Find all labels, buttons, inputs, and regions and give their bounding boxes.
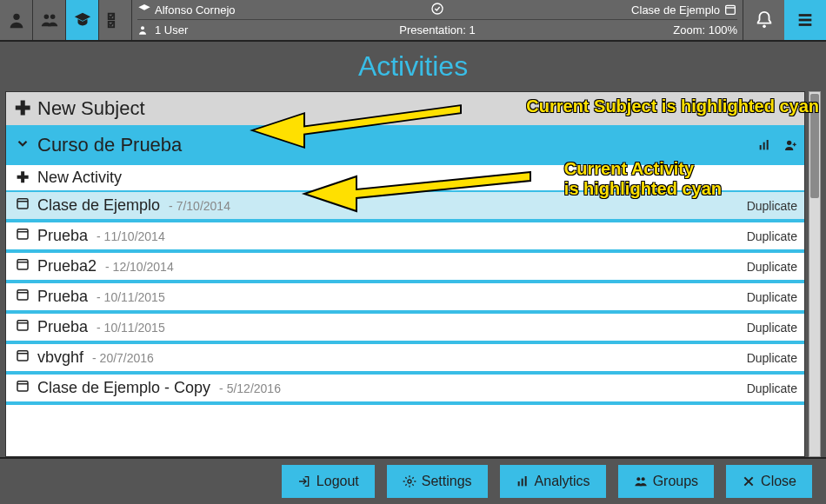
subject-name: Curso de Prueba	[37, 134, 182, 156]
calendar-icon	[13, 256, 32, 276]
svg-point-38	[641, 477, 644, 481]
svg-point-0	[13, 14, 19, 20]
duplicate-link[interactable]: Duplicate	[747, 321, 797, 335]
header-class-name: Clase de Ejemplo	[631, 3, 720, 17]
svg-point-16	[787, 141, 791, 145]
svg-rect-27	[17, 351, 28, 361]
duplicate-link[interactable]: Duplicate	[747, 381, 797, 395]
svg-rect-29	[17, 381, 28, 391]
svg-point-9	[763, 25, 766, 29]
activities-panel: ✚ New Subject Curso de Prueba ✚ New Acti…	[5, 91, 805, 457]
nav-single-user[interactable]	[0, 0, 33, 40]
vertical-scrollbar[interactable]	[809, 91, 821, 457]
new-activity-label: New Activity	[37, 169, 122, 187]
activity-list: Clase de Ejemplo- 7/10/2014DuplicatePrue…	[6, 192, 804, 405]
new-subject-row[interactable]: ✚ New Subject	[6, 92, 804, 129]
svg-rect-14	[763, 143, 765, 150]
new-subject-label: New Subject	[37, 97, 145, 120]
checklist-icon	[106, 10, 125, 30]
page-title: Activities	[0, 50, 826, 83]
activity-date: - 20/7/2016	[92, 351, 154, 365]
svg-point-33	[408, 480, 411, 483]
svg-rect-36	[524, 476, 526, 486]
new-activity-row[interactable]: ✚ New Activity	[6, 165, 804, 192]
activity-name: Prueba	[37, 288, 88, 306]
main-panel-wrap: ✚ New Subject Curso de Prueba ✚ New Acti…	[0, 91, 826, 457]
groups-button[interactable]: Groups	[618, 465, 714, 498]
groups-icon	[634, 474, 648, 488]
svg-rect-6	[726, 5, 736, 14]
svg-rect-34	[517, 481, 519, 486]
svg-rect-25	[17, 321, 28, 330]
plus-icon: ✚	[13, 97, 32, 120]
duplicate-link[interactable]: Duplicate	[747, 199, 797, 213]
subject-row[interactable]: Curso de Prueba	[6, 129, 804, 165]
users-small-icon	[137, 23, 151, 37]
activity-row[interactable]: Clase de Ejemplo- 7/10/2014Duplicate	[6, 192, 804, 222]
app-root: Alfonso Cornejo Clase de Ejemplo 1 User …	[0, 0, 826, 504]
close-icon	[742, 474, 756, 488]
calendar-icon	[13, 317, 32, 337]
hamburger-menu[interactable]	[784, 0, 826, 40]
notifications-bell[interactable]	[743, 0, 784, 40]
duplicate-link[interactable]: Duplicate	[747, 260, 797, 274]
svg-rect-35	[521, 479, 523, 487]
add-user-icon[interactable]	[783, 138, 797, 152]
header-user-count: 1 User	[155, 23, 188, 36]
duplicate-link[interactable]: Duplicate	[747, 351, 797, 365]
group-icon	[40, 10, 59, 30]
activity-row[interactable]: Clase de Ejemplo - Copy- 5/12/2016Duplic…	[6, 375, 804, 405]
svg-point-5	[432, 3, 443, 14]
activity-name: Clase de Ejemplo	[37, 196, 160, 215]
calendar-small-icon	[723, 3, 737, 17]
header-presentation: Presentation: 1	[268, 23, 607, 36]
nav-checklist[interactable]	[99, 0, 132, 40]
calendar-icon	[13, 196, 32, 216]
duplicate-link[interactable]: Duplicate	[747, 229, 797, 243]
header-username: Alfonso Cornejo	[155, 3, 236, 17]
activity-date: - 7/10/2014	[169, 199, 230, 213]
activity-name: Prueba	[37, 227, 88, 245]
activity-row[interactable]: Prueba- 11/10/2014Duplicate	[6, 222, 804, 253]
analytics-icon	[516, 474, 530, 488]
scrollbar-thumb[interactable]	[810, 94, 819, 198]
svg-rect-23	[17, 290, 28, 300]
gear-icon	[403, 474, 416, 488]
chart-icon[interactable]	[757, 138, 771, 152]
nav-graduates[interactable]	[66, 0, 99, 40]
svg-rect-15	[767, 140, 769, 149]
graduation-icon	[73, 10, 92, 30]
activity-row[interactable]: Prueba2- 12/10/2014Duplicate	[6, 253, 804, 283]
footer-toolbar: Logout Settings Analytics Groups Close	[0, 457, 826, 504]
close-button[interactable]: Close	[726, 465, 812, 498]
menu-icon	[796, 10, 815, 30]
calendar-icon	[13, 226, 32, 246]
activity-row[interactable]: vbvghf- 20/7/2016Duplicate	[6, 344, 804, 375]
calendar-icon	[13, 348, 32, 368]
activity-row[interactable]: Prueba- 10/11/2015Duplicate	[6, 283, 804, 314]
header-zoom: Zoom: 100%	[607, 23, 737, 36]
calendar-icon	[13, 287, 32, 307]
page-title-area: Activities	[0, 42, 826, 91]
activity-date: - 12/10/2014	[105, 260, 174, 274]
activity-date: - 11/10/2014	[97, 229, 165, 243]
analytics-button[interactable]: Analytics	[500, 465, 606, 498]
logout-button[interactable]: Logout	[282, 465, 375, 498]
topbar-info: Alfonso Cornejo Clase de Ejemplo 1 User …	[132, 0, 743, 40]
activity-row[interactable]: Prueba- 10/11/2015Duplicate	[6, 314, 804, 344]
nav-group[interactable]	[33, 0, 66, 40]
bell-icon	[755, 10, 774, 30]
svg-rect-17	[17, 199, 28, 209]
topbar: Alfonso Cornejo Clase de Ejemplo 1 User …	[0, 0, 826, 42]
svg-rect-21	[17, 260, 28, 269]
duplicate-link[interactable]: Duplicate	[747, 290, 797, 304]
chevron-down-icon	[13, 134, 32, 156]
calendar-icon	[13, 378, 32, 398]
activity-date: - 10/11/2015	[97, 290, 165, 304]
user-icon	[7, 10, 26, 30]
settings-button[interactable]: Settings	[387, 465, 488, 498]
svg-point-8	[141, 26, 144, 30]
svg-rect-13	[760, 145, 762, 149]
grad-small-icon	[137, 3, 151, 17]
svg-rect-19	[17, 229, 28, 239]
